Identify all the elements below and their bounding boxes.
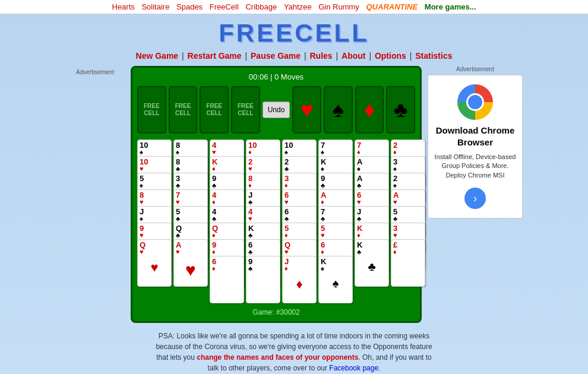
column-2: 8♠ 8♣ 3♣ 7♥ 5♣ Q♣ A♥♥: [173, 140, 208, 303]
column-6: 7♠ K♠ 9♣ A♦ 7♣ 5♥ 6♦ K♠♠: [318, 140, 353, 303]
column-8: 2♦ 3♠ 2♠ A♥ 5♣ 3♥ £♦: [391, 140, 425, 303]
card[interactable]: £♦: [391, 239, 425, 287]
menu-bar: New Game | Restart Game | Pause Game | R…: [0, 49, 588, 63]
nav-quarantine[interactable]: QUARANTINE: [366, 2, 418, 11]
game-title: FREECELL: [0, 19, 588, 47]
nav-freecell[interactable]: FreeCell: [210, 2, 239, 11]
column-3: 4♥ K♦ 9♣ 4♦ 4♣ Q♦ 9♦ 6♦: [210, 140, 244, 303]
game-board: 00:06 | 0 Moves FREECELL FREECELL FREECE…: [131, 66, 422, 323]
top-navigation: Hearts Solitaire Spades FreeCell Cribbag…: [0, 0, 588, 14]
card[interactable]: 9♣: [246, 256, 280, 303]
menu-rules[interactable]: Rules: [310, 51, 333, 61]
card[interactable]: A♥♥: [173, 239, 208, 287]
free-cell-2[interactable]: FREECELL: [169, 86, 198, 134]
column-5: 10♠ 2♣ 3♦ 6♥ 6♣ 5♦ Q♥ J♦♦: [282, 140, 317, 303]
card-columns: 10♠ 10♥ 5♠ 8♥ J♠ 9♥ Q♥♥ 8♠ 8♣ 3♣ 7♥ 5♣ Q…: [137, 140, 415, 303]
nav-more-games[interactable]: More games...: [425, 2, 476, 11]
card[interactable]: Q♥♥: [137, 239, 172, 287]
left-ad-label: Advertisement: [76, 69, 114, 75]
foundation-diamonds[interactable]: ♦: [355, 86, 384, 134]
nav-hearts[interactable]: Hearts: [112, 2, 135, 11]
menu-restart-game[interactable]: Restart Game: [188, 51, 242, 61]
column-7: 7♦ A♠ A♣ 6♥ J♣ K♦ K♣♣: [355, 140, 389, 303]
menu-new-game[interactable]: New Game: [136, 51, 179, 61]
foundation-hearts[interactable]: ♥: [292, 86, 321, 134]
ad-description: Install Offline, Device-based Group Poli…: [434, 153, 516, 180]
psa-text-3: .: [378, 364, 380, 372]
game-status: 00:06 | 0 Moves: [137, 72, 415, 81]
column-4: 10♦ 2♥ 8♦ J♣ 4♥ K♣ 6♣ 9♣: [246, 140, 280, 303]
title-area: FREECELL: [0, 14, 588, 49]
menu-pause-game[interactable]: Pause Game: [251, 51, 301, 61]
column-1: 10♠ 10♥ 5♠ 8♥ J♠ 9♥ Q♥♥: [137, 140, 172, 303]
nav-gin-rummy[interactable]: Gin Rummy: [318, 2, 359, 11]
menu-statistics[interactable]: Statistics: [415, 51, 452, 61]
card[interactable]: 6♦: [210, 256, 244, 303]
psa-area: PSA: Looks like we're all gonna be spend…: [146, 331, 442, 373]
ad-title: Download Chrome Browser: [434, 125, 516, 148]
foundation-clubs[interactable]: ♣: [386, 86, 415, 134]
game-number: Game: #30002: [137, 308, 415, 316]
nav-solitaire[interactable]: Solitaire: [141, 2, 169, 11]
menu-about[interactable]: About: [342, 51, 365, 61]
right-ad-label: Advertisement: [428, 66, 523, 72]
right-advertisement: Advertisement Download Chrome Browser In…: [428, 66, 523, 323]
free-cell-1[interactable]: FREECELL: [137, 86, 166, 134]
card[interactable]: K♠♠: [318, 256, 353, 303]
foundation-spades[interactable]: ♠: [324, 86, 353, 134]
ad-button[interactable]: ›: [464, 188, 486, 209]
card[interactable]: J♦♦: [282, 256, 317, 303]
free-cell-4[interactable]: FREECELL: [231, 86, 260, 134]
nav-spades[interactable]: Spades: [176, 2, 203, 11]
chrome-logo-icon: [457, 84, 493, 120]
facebook-link[interactable]: Facebook page: [329, 364, 378, 372]
psa-link[interactable]: change the names and faces of your oppon…: [197, 353, 358, 362]
top-row: FREECELL FREECELL FREECELL FREECELL Undo…: [137, 86, 415, 134]
undo-button[interactable]: Undo: [263, 102, 290, 118]
menu-options[interactable]: Options: [375, 51, 406, 61]
free-cell-3[interactable]: FREECELL: [200, 86, 229, 134]
left-advertisement: Advertisement: [65, 66, 125, 323]
ad-box: Download Chrome Browser Install Offline,…: [428, 75, 523, 218]
nav-cribbage[interactable]: Cribbage: [245, 2, 277, 11]
nav-yahtzee[interactable]: Yahtzee: [284, 2, 312, 11]
card[interactable]: K♣♣: [355, 239, 389, 287]
main-layout: Advertisement 00:06 | 0 Moves FREECELL F…: [0, 63, 588, 326]
